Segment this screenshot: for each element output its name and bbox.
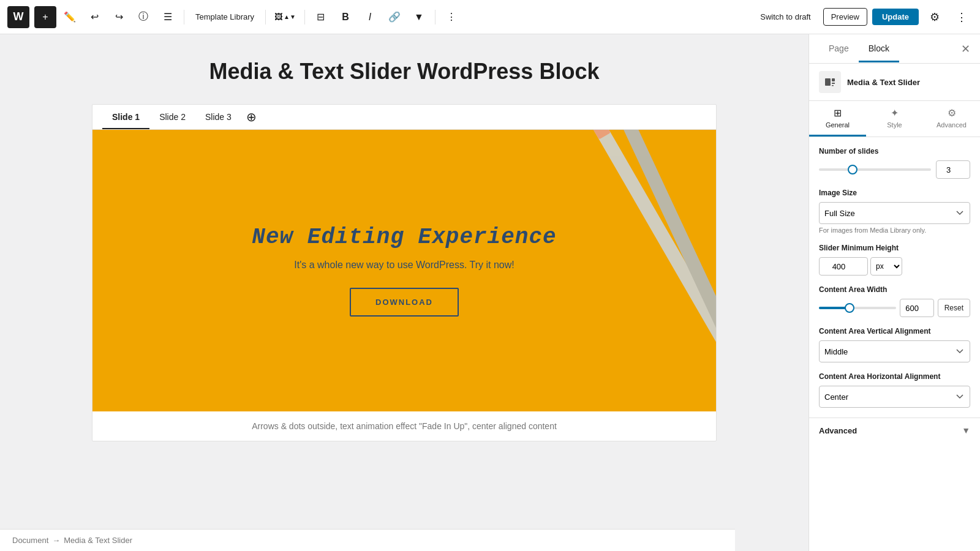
toolbar-divider-3 xyxy=(304,10,305,24)
slides-slider-thumb[interactable] xyxy=(848,165,858,174)
slider-image: New Editing Experience It's a whole new … xyxy=(92,130,716,411)
chevron-down-icon: ▼ xyxy=(962,425,970,435)
slider-subtext: It's a whole new way to use WordPress. T… xyxy=(252,260,556,271)
image-size-select[interactable]: Full Size Large Medium Thumbnail xyxy=(819,202,970,224)
image-icon: 🖼 xyxy=(274,12,282,21)
undo-button[interactable]: ↩ xyxy=(83,6,105,28)
svg-rect-9 xyxy=(832,78,835,81)
template-library-button[interactable]: Template Library xyxy=(189,9,260,25)
close-panel-button[interactable]: ✕ xyxy=(961,42,970,56)
content-width-slider-thumb[interactable] xyxy=(845,303,854,313)
wp-logo-icon[interactable]: W xyxy=(7,6,29,28)
general-label: General xyxy=(826,121,850,129)
more-options-button[interactable]: ⋮ xyxy=(440,6,462,28)
transform-button[interactable]: ⊟ xyxy=(310,6,332,28)
slides-slider-track[interactable] xyxy=(819,168,931,171)
update-button[interactable]: Update xyxy=(872,9,919,25)
panel-content: Number of slides Image Size Full Size La… xyxy=(809,137,980,418)
settings-tabs: ⊞ General ✦ Style ⚙ Advanced xyxy=(809,101,980,137)
content-horizontal-alignment-field: Content Area Horizontal Alignment Left C… xyxy=(819,372,970,408)
content-horizontal-alignment-label: Content Area Horizontal Alignment xyxy=(819,372,970,381)
advanced-label: Advanced xyxy=(937,121,967,129)
advanced-section-label: Advanced xyxy=(819,426,857,435)
settings-button[interactable]: ⚙ xyxy=(924,6,946,28)
svg-rect-11 xyxy=(832,85,834,86)
slide-tab-1[interactable]: Slide 1 xyxy=(102,106,149,129)
redo-button[interactable]: ↪ xyxy=(108,6,130,28)
info-button[interactable]: ⓘ xyxy=(132,6,154,28)
bold-button[interactable]: B xyxy=(334,6,356,28)
content-horizontal-alignment-select[interactable]: Left Center Right xyxy=(819,386,970,408)
settings-tab-general[interactable]: ⊞ General xyxy=(809,101,866,137)
general-icon: ⊞ xyxy=(834,107,842,119)
slider-min-height-unit[interactable]: px em % xyxy=(870,257,902,276)
slider-min-height-row: px em % xyxy=(819,257,970,276)
pencils-decoration xyxy=(563,130,716,411)
style-label: Style xyxy=(887,121,902,129)
breadcrumb-document[interactable]: Document xyxy=(12,536,48,545)
slider-min-height-field: Slider Minimum Height px em % xyxy=(819,244,970,276)
link-button[interactable]: 🔗 xyxy=(383,6,405,28)
slides-number-input[interactable] xyxy=(936,160,970,179)
content-area-width-row: Reset xyxy=(819,299,970,317)
edit-tools-button[interactable]: ✏️ xyxy=(59,6,81,28)
content-vertical-alignment-select[interactable]: Top Middle Bottom xyxy=(819,340,970,362)
slide-tab-3[interactable]: Slide 3 xyxy=(195,106,241,129)
media-text-slider-icon xyxy=(824,76,836,88)
tab-block[interactable]: Block xyxy=(859,36,899,62)
toolbar-divider-1 xyxy=(184,10,184,24)
breadcrumb-current[interactable]: Media & Text Slider xyxy=(64,536,132,545)
svg-rect-8 xyxy=(825,78,831,86)
download-button[interactable]: DOWNLOAD xyxy=(350,288,459,317)
toolbar-left: W + ✏️ ↩ ↪ ⓘ ☰ Template Library 🖼 ▲▼ ⊟ B… xyxy=(7,6,750,28)
slide-caption: Arrows & dots outside, text animation ef… xyxy=(92,411,716,441)
main-layout: Media & Text Slider WordPress Block Slid… xyxy=(0,34,980,551)
breadcrumb: Document → Media & Text Slider xyxy=(0,529,735,551)
content-area-width-label: Content Area Width xyxy=(819,285,970,294)
italic-button[interactable]: I xyxy=(359,6,381,28)
add-slide-button[interactable]: ⊕ xyxy=(241,105,262,129)
switch-to-draft-button[interactable]: Switch to draft xyxy=(753,9,818,25)
list-view-button[interactable]: ☰ xyxy=(157,6,179,28)
svg-rect-10 xyxy=(832,83,835,84)
slider-content: New Editing Experience It's a whole new … xyxy=(239,212,568,329)
add-block-button[interactable]: + xyxy=(34,6,56,28)
content-area-width-field: Content Area Width Reset xyxy=(819,285,970,317)
more-menu-button[interactable]: ⋮ xyxy=(951,6,973,28)
main-toolbar: W + ✏️ ↩ ↪ ⓘ ☰ Template Library 🖼 ▲▼ ⊟ B… xyxy=(0,0,980,34)
block-name-label: Media & Text Slider xyxy=(847,78,920,87)
slider-min-height-label: Slider Minimum Height xyxy=(819,244,970,252)
tab-page[interactable]: Page xyxy=(819,36,859,62)
content-block: Slide 1 Slide 2 Slide 3 ⊕ xyxy=(92,104,717,441)
chevron-up-down-icon: ▲▼ xyxy=(284,13,296,20)
preview-button[interactable]: Preview xyxy=(823,8,867,26)
slider-min-height-input[interactable] xyxy=(819,257,868,276)
breadcrumb-separator: → xyxy=(52,536,60,545)
content-area-width-input[interactable] xyxy=(900,299,934,317)
toolbar-divider-4 xyxy=(435,10,435,24)
image-size-field: Image Size Full Size Large Medium Thumbn… xyxy=(819,189,970,234)
number-of-slides-field: Number of slides xyxy=(819,147,970,179)
style-icon: ✦ xyxy=(891,107,899,119)
more-text-options-button[interactable]: ▼ xyxy=(408,6,430,28)
settings-tab-advanced[interactable]: ⚙ Advanced xyxy=(923,101,980,137)
settings-tab-style[interactable]: ✦ Style xyxy=(866,101,923,137)
editor-area: Media & Text Slider WordPress Block Slid… xyxy=(0,34,809,551)
content-area-width-reset-button[interactable]: Reset xyxy=(938,299,970,317)
image-size-label: Image Size xyxy=(819,189,970,197)
right-panel: Page Block ✕ Media & Text Slider ⊞ Gener… xyxy=(809,34,980,551)
toolbar-right: Switch to draft Preview Update ⚙ ⋮ xyxy=(753,6,973,28)
advanced-icon: ⚙ xyxy=(948,107,956,119)
content-width-slider-track[interactable] xyxy=(819,307,896,309)
slider-heading: New Editing Experience xyxy=(252,225,556,250)
advanced-section[interactable]: Advanced ▼ xyxy=(809,418,980,443)
page-title: Media & Text Slider WordPress Block xyxy=(209,59,600,84)
image-block-button[interactable]: 🖼 ▲▼ xyxy=(271,10,300,24)
block-icon xyxy=(819,71,841,93)
content-vertical-alignment-field: Content Area Vertical Alignment Top Midd… xyxy=(819,327,970,362)
number-of-slides-label: Number of slides xyxy=(819,147,970,156)
image-size-hint: For images from Media Library only. xyxy=(819,227,970,234)
slide-tab-2[interactable]: Slide 2 xyxy=(149,106,195,129)
panel-tabs: Page Block xyxy=(819,36,899,62)
number-of-slides-row xyxy=(819,160,970,179)
